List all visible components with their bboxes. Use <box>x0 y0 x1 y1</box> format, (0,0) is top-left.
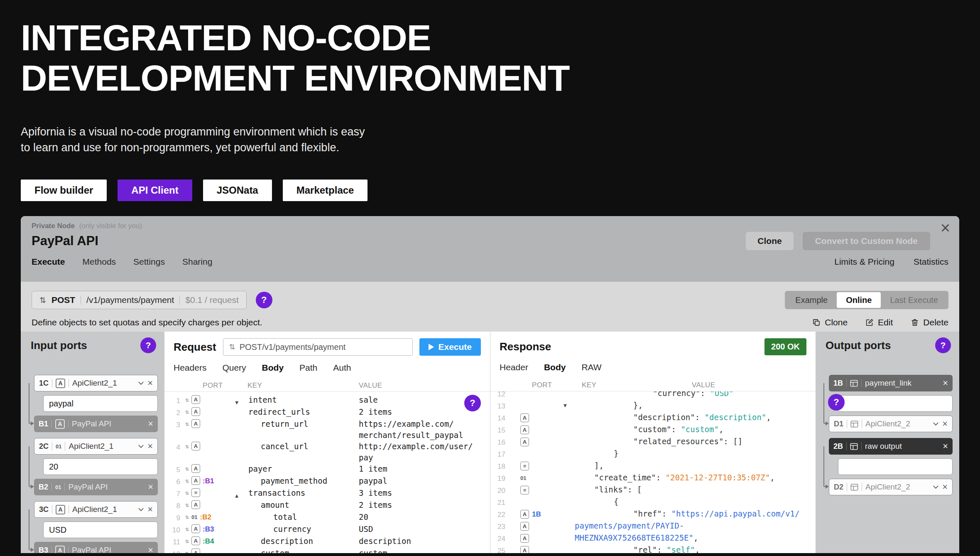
line-code: "custom": "custom", <box>575 424 816 436</box>
port-pill-b3[interactable]: B3APayPal API× <box>34 542 158 553</box>
link-statistics[interactable]: Statistics <box>914 257 948 267</box>
divider <box>52 505 52 514</box>
feature-tab-api-client[interactable]: API Client <box>118 180 192 201</box>
port-pill-d1[interactable]: D1ApiClient2_2× <box>829 416 953 432</box>
close-icon[interactable]: × <box>942 419 948 428</box>
port-ref-b2[interactable]: :B2 <box>200 512 211 522</box>
sort-icon[interactable]: ⇅ <box>185 395 189 405</box>
sort-icon[interactable]: ⇅ <box>185 476 189 486</box>
port-value-input[interactable] <box>838 458 953 475</box>
sort-icon[interactable]: ⇅ <box>185 442 189 451</box>
close-icon[interactable]: × <box>148 482 153 492</box>
close-icon[interactable]: × <box>147 442 153 451</box>
port-pill-b2[interactable]: B201PayPal API× <box>34 479 158 495</box>
port-ref-b4[interactable]: :B4 <box>203 536 214 546</box>
request-tab-path[interactable]: Path <box>299 363 317 373</box>
caret-down-icon[interactable]: ▼ <box>564 400 567 411</box>
close-icon[interactable]: × <box>147 379 153 388</box>
sort-icon[interactable]: ⇅ <box>185 536 189 546</box>
clone-node-button[interactable]: Clone <box>746 232 793 250</box>
tab-settings[interactable]: Settings <box>133 257 165 267</box>
feature-tab-flow-builder[interactable]: Flow builder <box>21 180 107 201</box>
port-pill-1c[interactable]: 1CAApiClient2_1× <box>34 375 158 391</box>
tab-sharing[interactable]: Sharing <box>182 257 212 267</box>
help-icon[interactable]: ? <box>828 394 845 411</box>
sort-icon[interactable]: ⇅ <box>185 524 189 534</box>
sort-icon[interactable]: ⇅ <box>185 407 189 417</box>
port-value-input[interactable] <box>43 395 158 412</box>
endpoint-chip[interactable]: ⇅ POST /v1/payments/payment $0.1 / reque… <box>32 291 247 309</box>
response-tab-header[interactable]: Header <box>500 362 528 372</box>
close-icon[interactable]: × <box>148 546 153 553</box>
edit-button[interactable]: Edit <box>865 317 893 327</box>
mode-last-execute[interactable]: Last Execute <box>881 292 947 308</box>
delete-button[interactable]: Delete <box>910 317 948 327</box>
port-pill-d2[interactable]: D2ApiClient2_2× <box>829 479 953 495</box>
port-pill-2c[interactable]: 2C01ApiClient2_1× <box>34 438 158 455</box>
mode-online[interactable]: Online <box>837 292 881 308</box>
response-tab-body[interactable]: Body <box>544 362 566 372</box>
request-row-payer: 5⇅Apayer1 item <box>164 463 490 475</box>
chevron-down-icon[interactable] <box>933 485 939 489</box>
port-pill-b1[interactable]: B1APayPal API× <box>34 416 158 432</box>
row-number: 8 <box>164 499 185 512</box>
response-line-22: 22A1B"href": "https://api.paypal.com/v1/ <box>490 508 816 520</box>
port-ref-b3[interactable]: :B3 <box>203 524 214 534</box>
chevron-down-icon[interactable] <box>933 422 939 426</box>
sort-icon[interactable]: ⇅ <box>185 419 189 429</box>
chevron-down-icon[interactable] <box>138 444 144 448</box>
link-limits-pricing[interactable]: Limits & Pricing <box>834 257 894 267</box>
request-tab-query[interactable]: Query <box>222 363 246 373</box>
help-icon[interactable]: ? <box>256 292 272 308</box>
request-tab-body[interactable]: Body <box>262 363 284 373</box>
divider <box>847 420 847 428</box>
chevron-down-icon[interactable] <box>138 381 144 385</box>
help-icon[interactable]: ? <box>935 337 951 353</box>
close-icon[interactable]: × <box>942 482 948 492</box>
tab-execute[interactable]: Execute <box>32 257 65 267</box>
port-name: PayPal API <box>72 546 145 553</box>
response-tab-raw[interactable]: RAW <box>581 362 601 372</box>
sort-icon[interactable]: ⇅ <box>185 512 189 522</box>
port-ref-b1[interactable]: :B1 <box>203 476 214 486</box>
sort-icon[interactable]: ⇅ <box>185 549 189 553</box>
feature-tab-jsonata[interactable]: JSONata <box>203 180 272 201</box>
help-icon[interactable]: ? <box>140 337 156 353</box>
close-icon[interactable]: × <box>943 379 948 388</box>
sort-icon[interactable]: ⇅ <box>185 464 189 474</box>
divider <box>69 505 69 514</box>
port-value-input[interactable] <box>43 522 158 538</box>
port-pill-2b[interactable]: 2Braw output× <box>829 438 953 455</box>
port-value-input[interactable] <box>838 395 953 412</box>
clone-button[interactable]: Clone <box>812 317 848 327</box>
convert-to-custom-node-button[interactable]: Convert to Custom Node <box>803 232 930 250</box>
port-badge-1b[interactable]: 1B <box>532 509 541 520</box>
port-pill-1b[interactable]: 1Bpayment_link× <box>829 375 953 391</box>
request-tab-auth[interactable]: Auth <box>333 363 351 373</box>
port-pill-3c[interactable]: 3CAApiClient2_1× <box>34 501 158 518</box>
line-number: 15 <box>490 424 510 436</box>
close-icon[interactable]: × <box>148 419 153 428</box>
port-value-input[interactable] <box>43 458 158 475</box>
close-icon[interactable]: × <box>941 219 950 236</box>
endpoint-description: Define objects to set quotas and specify… <box>32 317 262 327</box>
number-type-icon: 01 <box>520 472 526 484</box>
tab-methods[interactable]: Methods <box>83 257 116 267</box>
chevron-down-icon[interactable] <box>138 507 144 512</box>
string-type-icon: A <box>191 442 200 450</box>
request-url-bar[interactable]: ⇅ POST/v1/payments/payment <box>223 338 413 356</box>
close-icon[interactable]: × <box>943 442 948 451</box>
sort-icon[interactable]: ⇅ <box>185 500 189 510</box>
request-tab-headers[interactable]: Headers <box>174 363 206 373</box>
close-icon[interactable]: × <box>147 505 153 514</box>
sort-icon[interactable]: ⇅ <box>185 488 189 498</box>
row-port-cell: ⇅A:B3 <box>185 524 248 536</box>
mode-example[interactable]: Example <box>786 292 837 308</box>
port-name: payment_link <box>865 379 939 388</box>
execute-button[interactable]: Execute <box>419 338 481 356</box>
row-value: 3 items <box>359 487 490 499</box>
feature-tab-marketplace[interactable]: Marketplace <box>283 180 368 201</box>
play-icon <box>429 344 434 350</box>
help-icon[interactable]: ? <box>464 395 481 411</box>
divider <box>51 546 52 553</box>
